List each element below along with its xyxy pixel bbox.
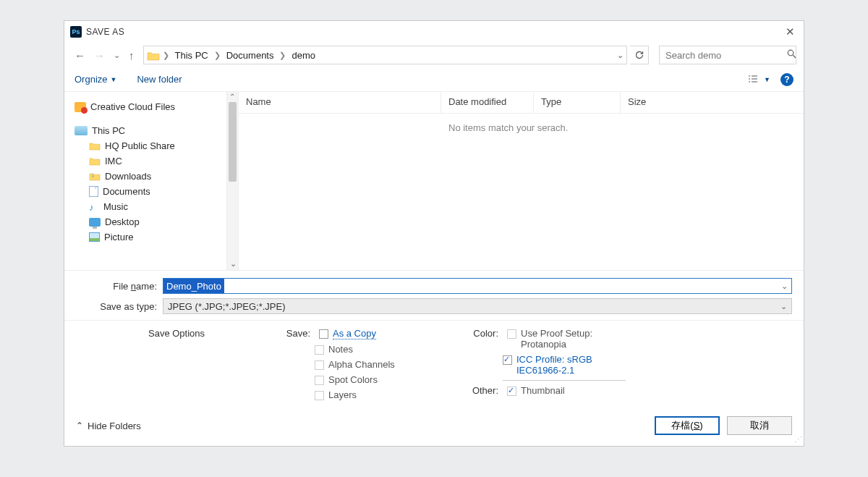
chevron-right-icon: ❯ — [210, 51, 225, 60]
breadcrumb-bar[interactable]: ❯ This PC ❯ Documents ❯ demo ⌄ — [143, 46, 628, 64]
tree-desktop[interactable]: Desktop — [75, 214, 234, 229]
folder-icon — [89, 156, 101, 166]
empty-message: No items match your serach. — [448, 122, 568, 133]
new-folder-button[interactable]: New folder — [137, 74, 182, 85]
filename-input[interactable] — [163, 278, 792, 294]
view-options[interactable]: ▼ — [748, 75, 770, 85]
tree-this-pc[interactable]: This PC — [75, 123, 234, 138]
other-group-label: Other: — [467, 385, 498, 396]
type-label: Save as type: — [76, 301, 163, 312]
filename-form: File name: Demo_Photo ⌄ Save as type: JP… — [64, 270, 804, 321]
col-date[interactable]: Date modified — [441, 92, 534, 113]
file-list: Name Date modified Type Size No items ma… — [238, 92, 804, 270]
svg-point-0 — [788, 50, 793, 56]
column-headers: Name Date modified Type Size — [239, 92, 804, 114]
checkbox-alpha[interactable] — [315, 360, 324, 370]
close-icon[interactable]: ✕ — [783, 25, 798, 38]
hide-folders-toggle[interactable]: ⌃ Hide Folders — [76, 421, 141, 431]
photoshop-icon: Ps — [70, 26, 82, 38]
checkbox-layers[interactable] — [315, 391, 324, 400]
address-bar-row: ← → ⌄ ↑ ❯ This PC ❯ Documents ❯ demo ⌄ — [64, 43, 804, 67]
filename-dropdown-icon[interactable]: ⌄ — [781, 282, 788, 291]
tree-picture[interactable]: Picture — [75, 229, 234, 245]
desktop-icon — [89, 218, 101, 227]
caret-down-icon: ▼ — [764, 76, 770, 83]
divider — [503, 380, 626, 381]
tree-creative-cloud[interactable]: Creative Cloud Files — [75, 99, 234, 114]
titlebar: Ps SAVE AS ✕ — [64, 21, 804, 43]
checkbox-icc[interactable] — [503, 355, 512, 365]
label-spot: Spot Colors — [328, 374, 378, 385]
save-type-dropdown[interactable]: JPEG (*.JPG;*.JPEG;*.JPE) ⌄ — [163, 298, 792, 314]
back-button[interactable]: ← — [72, 49, 88, 62]
chevron-down-icon[interactable]: ⌄ — [230, 259, 237, 269]
checkbox-proof[interactable] — [507, 329, 516, 339]
chevron-right-icon: ❯ — [158, 51, 174, 60]
checkbox-thumbnail[interactable] — [507, 387, 516, 396]
organize-menu[interactable]: Orgnize ▼ — [75, 74, 116, 85]
search-input[interactable] — [665, 50, 787, 61]
crumb-demo[interactable]: demo — [290, 50, 317, 61]
tree-music[interactable]: ♪ Music — [75, 199, 234, 214]
main-area: Creative Cloud Files This PC HQ Public S… — [64, 92, 804, 270]
save-options: Save Options Save: As a Copy Notes Alpha… — [64, 321, 804, 409]
chevron-up-icon: ⌃ — [76, 421, 83, 431]
dialog-title: SAVE AS — [86, 27, 783, 37]
col-name[interactable]: Name — [239, 92, 441, 113]
help-button[interactable]: ? — [780, 73, 793, 86]
chevron-down-icon: ⌄ — [780, 302, 787, 311]
folder-icon — [147, 51, 158, 60]
history-dropdown[interactable]: ⌄ — [111, 51, 123, 60]
color-group-label: Color: — [467, 328, 498, 339]
save-group-label: Save: — [278, 328, 310, 339]
col-size[interactable]: Size — [621, 92, 686, 113]
dialog-footer: ⌃ Hide Folders 存檔(S) 取消 — [64, 409, 804, 442]
folder-tree: Creative Cloud Files This PC HQ Public S… — [64, 92, 238, 270]
label-icc: ICC Profile: sRGB IEC61966-2.1 — [516, 354, 632, 376]
save-as-dialog: Ps SAVE AS ✕ ← → ⌄ ↑ ❯ This PC ❯ Documen… — [64, 20, 804, 447]
label-notes: Notes — [328, 344, 353, 355]
list-view-icon — [748, 75, 761, 85]
tree-hq-public[interactable]: HQ Public Share — [75, 138, 234, 153]
creative-cloud-icon — [75, 102, 86, 112]
up-button[interactable]: ↑ — [126, 49, 137, 62]
tree-imc[interactable]: IMC — [75, 153, 234, 169]
filename-label: File name: — [76, 281, 163, 292]
save-button[interactable]: 存檔(S) — [655, 416, 720, 435]
search-icon — [787, 49, 796, 61]
chevron-right-icon: ❯ — [275, 51, 290, 60]
search-box[interactable] — [659, 46, 796, 64]
pictures-icon — [89, 232, 100, 242]
checkbox-as-copy[interactable] — [319, 329, 328, 339]
checkbox-spot[interactable] — [315, 376, 324, 385]
documents-icon — [89, 186, 98, 197]
computer-icon — [75, 126, 88, 135]
svg-line-1 — [793, 55, 796, 58]
breadcrumb-dropdown[interactable]: ⌄ — [617, 51, 624, 60]
label-proof: Use Proof Setup: Protanopia — [521, 328, 629, 350]
caret-down-icon: ▼ — [111, 76, 117, 83]
crumb-documents[interactable]: Documents — [225, 50, 276, 61]
downloads-icon — [89, 172, 101, 181]
tree-downloads[interactable]: Downloads — [75, 169, 234, 184]
crumb-this-pc[interactable]: This PC — [174, 50, 210, 61]
label-alpha: Alpha Channels — [328, 359, 395, 370]
scrollbar-thumb[interactable] — [229, 102, 237, 182]
label-thumbnail: Thumbnail — [521, 385, 565, 396]
checkbox-notes[interactable] — [315, 345, 324, 355]
col-type[interactable]: Type — [534, 92, 621, 113]
forward-button[interactable]: → — [91, 49, 108, 62]
resize-grip[interactable]: ⋰ — [794, 435, 801, 444]
refresh-button[interactable] — [630, 46, 649, 64]
scrollbar[interactable]: ⌃ — [226, 92, 238, 270]
cancel-button[interactable]: 取消 — [727, 416, 792, 435]
label-as-copy: As a Copy — [333, 328, 376, 339]
music-icon: ♪ — [89, 202, 99, 212]
folder-icon — [89, 141, 101, 151]
label-layers: Layers — [328, 389, 357, 400]
options-heading: Save Options — [148, 328, 221, 339]
toolbar: Orgnize ▼ New folder ▼ ? — [64, 67, 804, 92]
tree-documents[interactable]: Documents — [75, 184, 234, 199]
